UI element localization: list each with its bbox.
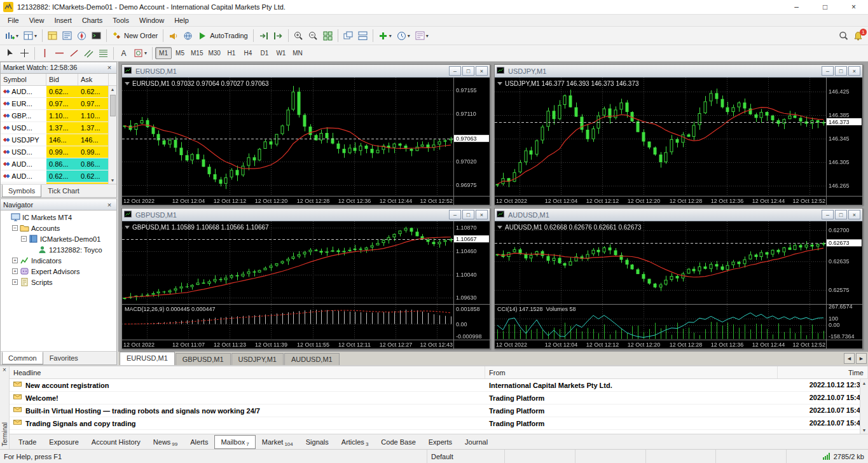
- scroll-down-icon[interactable]: ▼: [862, 426, 867, 434]
- terminal-tab-news[interactable]: News99: [147, 435, 184, 449]
- market-watch-row[interactable]: ◆◆USD...0.99...0.99...: [1, 146, 116, 158]
- close-button[interactable]: ×: [839, 0, 868, 14]
- maximize-button[interactable]: □: [835, 210, 847, 219]
- collapse-icon[interactable]: −: [21, 236, 27, 242]
- terminal-tab-articles[interactable]: Articles3: [335, 435, 375, 449]
- tab-symbols[interactable]: Symbols: [2, 184, 41, 197]
- collapse-icon[interactable]: −: [12, 225, 18, 231]
- close-button[interactable]: ×: [476, 66, 488, 76]
- tab-tick-chart[interactable]: Tick Chart: [41, 184, 86, 197]
- new-order-button[interactable]: New Order: [109, 29, 160, 43]
- equidistant-channel-button[interactable]: [81, 46, 96, 60]
- expand-icon[interactable]: +: [12, 258, 18, 263]
- vertical-line-button[interactable]: [38, 46, 52, 60]
- tree-item-indicators[interactable]: +Indicators: [1, 255, 116, 266]
- timeframe-d1[interactable]: D1: [256, 47, 273, 59]
- market-watch-row[interactable]: ◆◆AUD...0.62...0.62...: [1, 170, 116, 183]
- terminal-scrollbar[interactable]: ▲ ▼: [860, 379, 868, 434]
- menu-tools[interactable]: Tools: [107, 15, 134, 25]
- market-watch-column-symbol[interactable]: Symbol: [1, 74, 46, 85]
- menu-help[interactable]: Help: [169, 15, 194, 25]
- fibonacci-button[interactable]: [96, 46, 111, 60]
- tree-item-accounts[interactable]: −Accounts: [1, 223, 116, 233]
- timeframe-h1[interactable]: H1: [223, 47, 240, 59]
- market-watch-column-ask[interactable]: Ask: [78, 74, 109, 85]
- chart-tab-gbpusd-m1[interactable]: GBPUSD,M1: [176, 353, 231, 365]
- market-watch-close-icon[interactable]: ×: [105, 64, 114, 71]
- chart-tab-audusd-m1[interactable]: AUDUSD,M1: [284, 353, 340, 365]
- horizontal-line-button[interactable]: [52, 46, 67, 60]
- tab-common[interactable]: Common: [2, 352, 43, 364]
- terminal-message-row[interactable]: Trading Signals and copy tradingTrading …: [10, 417, 868, 430]
- zoom-out-button[interactable]: [306, 29, 320, 43]
- tree-item-expert-advisors[interactable]: +Expert Advisors: [1, 266, 116, 277]
- terminal-tab-market[interactable]: Market104: [256, 435, 300, 449]
- chart-tab-usdjpy-m1[interactable]: USDJPY,M1: [231, 353, 284, 365]
- tile-horizontally-button[interactable]: [355, 29, 370, 43]
- autotrading-button[interactable]: AutoTrading: [195, 29, 251, 43]
- chart-window-titlebar[interactable]: GBPUSD,M1–□×: [122, 209, 490, 221]
- timeframe-m5[interactable]: M5: [172, 47, 188, 59]
- terminal-tab-code-base[interactable]: Code Base: [375, 435, 422, 449]
- status-profile[interactable]: Default: [427, 450, 505, 463]
- chart-canvas-gbpusd-m1[interactable]: [122, 221, 490, 349]
- terminal-tab-journal[interactable]: Journal: [458, 435, 494, 449]
- minimize-button[interactable]: –: [782, 0, 811, 14]
- navigator-close-icon[interactable]: ×: [105, 201, 114, 209]
- terminal-message-row[interactable]: Built-in Virtual Hosting — trading robot…: [10, 404, 868, 417]
- dropdown-icon[interactable]: ▾: [144, 50, 147, 56]
- chart-canvas-audusd-m1[interactable]: [495, 221, 862, 349]
- terminal-column-headline[interactable]: Headline: [10, 366, 485, 378]
- chart-window-titlebar[interactable]: USDJPY,M1–□×: [495, 65, 862, 78]
- terminal-close-icon[interactable]: ×: [3, 366, 6, 375]
- maximize-button[interactable]: □: [811, 0, 839, 14]
- chart-canvas-eurusd-m1[interactable]: [122, 78, 490, 205]
- auto-scroll-button[interactable]: [256, 29, 271, 43]
- menu-file[interactable]: File: [3, 15, 24, 25]
- terminal-message-row[interactable]: Welcome!Trading Platform2022.10.07 15:42: [10, 392, 868, 404]
- dropdown-icon[interactable]: ▾: [408, 33, 410, 39]
- menu-view[interactable]: View: [24, 15, 50, 25]
- terminal-tab-signals[interactable]: Signals: [300, 435, 335, 449]
- scroll-up-icon[interactable]: ▲: [111, 86, 115, 93]
- text-label-button[interactable]: A: [116, 46, 131, 60]
- market-watch-row[interactable]: [1, 183, 116, 184]
- market-watch-row[interactable]: ◆◆USDJPY146...146...: [1, 134, 116, 146]
- scrollbar-thumb[interactable]: [110, 95, 116, 116]
- market-watch-scrollbar[interactable]: ▲▼: [108, 86, 116, 184]
- close-button[interactable]: ×: [476, 210, 488, 219]
- alerts-button[interactable]: [166, 29, 181, 43]
- minimize-button[interactable]: –: [822, 66, 834, 76]
- navigator-toggle-button[interactable]: [74, 29, 89, 43]
- terminal-tab-alerts[interactable]: Alerts: [184, 435, 214, 449]
- minimize-button[interactable]: –: [449, 66, 461, 76]
- timeframe-w1[interactable]: W1: [273, 47, 289, 59]
- market-watch-row[interactable]: ◆◆EUR...0.97...0.97...: [1, 98, 116, 110]
- tree-item-12132882-toyco[interactable]: 12132882: Toyco: [1, 244, 116, 255]
- market-watch-toggle-button[interactable]: [45, 29, 60, 43]
- scroll-down-icon[interactable]: ▼: [111, 176, 115, 184]
- minimize-button[interactable]: –: [449, 210, 461, 219]
- terminal-tab-experts[interactable]: Experts: [422, 435, 458, 449]
- scroll-left-icon[interactable]: ◀: [844, 353, 855, 364]
- maximize-button[interactable]: □: [462, 66, 474, 76]
- chart-tab-eurusd-m1[interactable]: EURUSD,M1: [120, 352, 175, 365]
- timeframe-h4[interactable]: H4: [240, 47, 256, 59]
- market-watch-row[interactable]: ◆◆USD...1.37...1.37...: [1, 122, 116, 134]
- notifications-button[interactable]: 1: [851, 29, 865, 43]
- periods-button[interactable]: ▾: [394, 29, 413, 43]
- new-chart-button[interactable]: ▾: [3, 29, 21, 43]
- trendline-button[interactable]: [67, 46, 81, 60]
- terminal-column-from[interactable]: From: [485, 366, 778, 378]
- expand-icon[interactable]: +: [12, 268, 18, 274]
- tree-item-scripts[interactable]: +Scripts: [1, 277, 116, 287]
- dropdown-icon[interactable]: ▾: [389, 33, 392, 39]
- market-watch-row[interactable]: ◆◆AUD...0.86...0.86...: [1, 158, 116, 170]
- tab-favorites[interactable]: Favorites: [43, 352, 85, 364]
- timeframe-m30[interactable]: M30: [205, 47, 223, 59]
- dropdown-icon[interactable]: ▾: [34, 33, 37, 39]
- terminal-tab-mailbox[interactable]: Mailbox7: [214, 435, 255, 449]
- close-button[interactable]: ×: [848, 66, 860, 76]
- scroll-right-icon[interactable]: ▶: [856, 353, 867, 364]
- tree-item-icmarkets-demo01[interactable]: −ICMarkets-Demo01: [1, 233, 116, 244]
